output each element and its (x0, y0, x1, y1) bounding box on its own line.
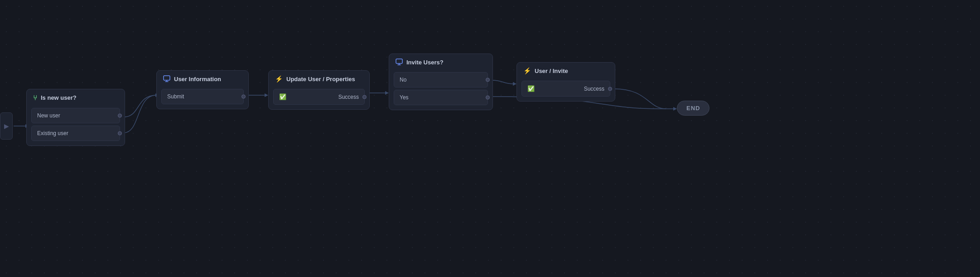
start-connector: ▶ (0, 112, 13, 140)
submit-row[interactable]: Submit (161, 89, 244, 104)
invite-success-row[interactable]: ✅ Success (521, 81, 610, 97)
monitor-icon-2 (396, 58, 403, 66)
monitor-icon (163, 75, 170, 83)
invite-success-port (608, 87, 612, 91)
is-new-user-node: ⑂ Is new user? New user Existing user (26, 89, 125, 146)
no-port (486, 78, 490, 82)
svg-rect-6 (164, 76, 170, 80)
start-arrow-icon: ▶ (4, 122, 9, 130)
new-user-port (118, 114, 122, 118)
yes-row[interactable]: Yes (394, 90, 488, 105)
update-success-port (362, 95, 367, 99)
invite-users-node: Invite Users? No Yes (389, 53, 493, 110)
update-user-node: ⚡ Update User / Properties ✅ Success (268, 70, 370, 110)
end-node: END (677, 101, 710, 116)
user-invite-node: ⚡ User / Invite ✅ Success (517, 62, 615, 102)
user-invite-title: User / Invite (535, 68, 568, 74)
lightning-icon-1: ⚡ (275, 75, 283, 83)
invite-users-title: Invite Users? (406, 59, 444, 66)
svg-marker-4 (513, 82, 517, 86)
update-success-row[interactable]: ✅ Success (273, 89, 365, 105)
update-user-title: Update User / Properties (286, 76, 355, 83)
success-icon-1: ✅ (279, 93, 286, 100)
svg-marker-3 (385, 91, 389, 95)
lightning-icon-2: ⚡ (523, 67, 531, 74)
yes-port (486, 96, 490, 100)
svg-marker-5 (673, 107, 677, 111)
no-row[interactable]: No (394, 72, 488, 87)
user-information-title: User Information (174, 76, 221, 83)
is-new-user-title: Is new user? (41, 94, 77, 101)
existing-user-port (118, 131, 122, 136)
new-user-row[interactable]: New user (31, 108, 120, 123)
submit-port (241, 95, 246, 99)
user-information-node: User Information Submit (156, 70, 249, 109)
svg-rect-7 (396, 59, 402, 63)
end-label: END (686, 105, 700, 112)
branch-icon: ⑂ (33, 94, 37, 102)
svg-marker-2 (265, 93, 268, 97)
success-icon-2: ✅ (527, 85, 535, 92)
existing-user-row[interactable]: Existing user (31, 126, 120, 141)
